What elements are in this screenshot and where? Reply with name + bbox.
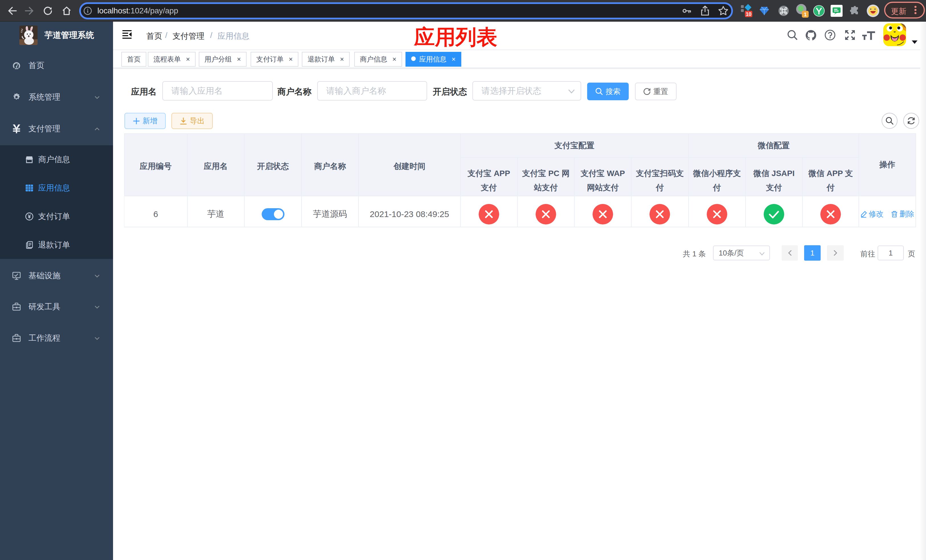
svg-text:10: 10 (746, 11, 752, 17)
svg-text:1: 1 (804, 11, 807, 17)
